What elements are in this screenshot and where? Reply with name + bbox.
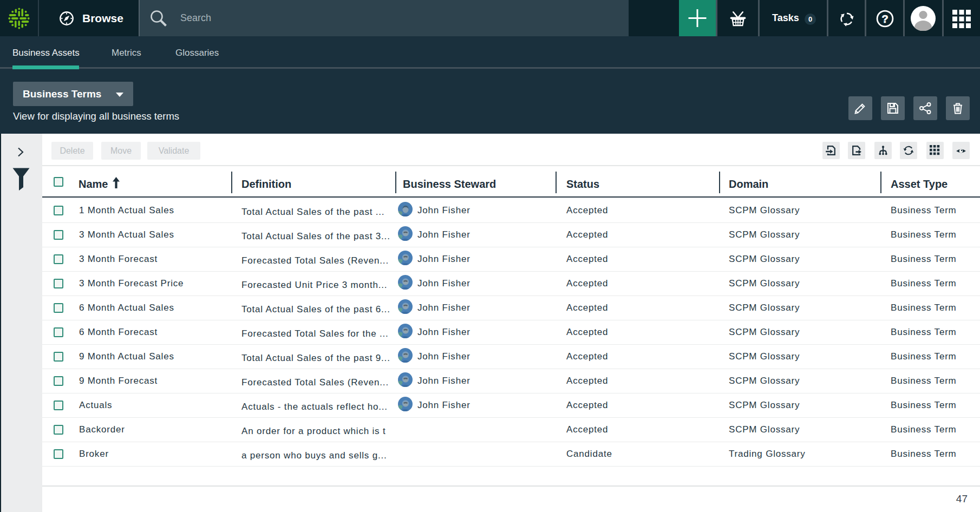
svg-text:?: ?: [881, 13, 888, 25]
